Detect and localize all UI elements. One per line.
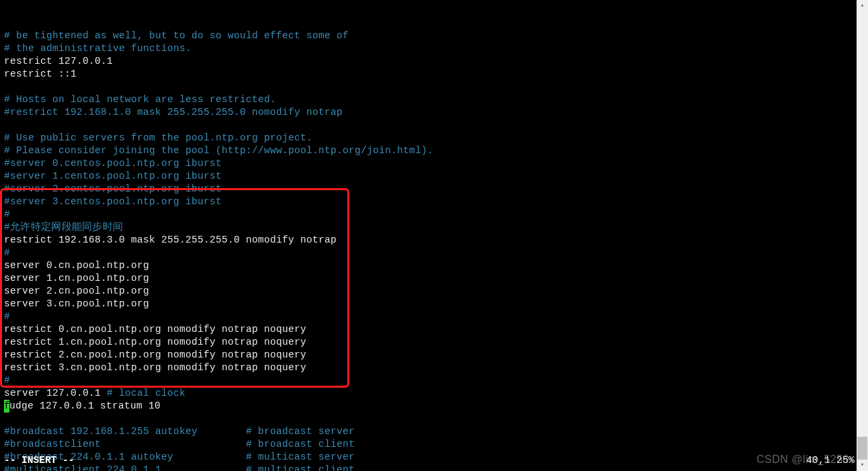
editor-line[interactable] xyxy=(4,119,857,132)
editor-line[interactable]: restrict 3.cn.pool.ntp.org nomodify notr… xyxy=(4,361,857,374)
text-segment: # xyxy=(4,247,10,258)
editor-line[interactable]: # xyxy=(4,374,857,387)
editor-line[interactable]: restrict 127.0.0.1 xyxy=(4,55,857,68)
editor-line[interactable]: # xyxy=(4,247,857,259)
editor-line[interactable]: fudge 127.0.0.1 stratum 10 xyxy=(4,400,857,413)
text-segment: server 1.cn.pool.ntp.org xyxy=(4,273,149,284)
text-segment: restrict 127.0.0.1 xyxy=(4,56,113,67)
editor-line[interactable]: #broadcastclient # broadcast client xyxy=(4,438,857,451)
editor-line[interactable]: #server 2.centos.pool.ntp.org iburst xyxy=(4,183,857,196)
vim-status-bar: -- INSERT -- 40,1 25% xyxy=(4,454,855,467)
text-segment: # the administrative functions. xyxy=(4,43,191,54)
editor-line[interactable]: # xyxy=(4,310,857,323)
text-segment: restrict 2.cn.pool.ntp.org nomodify notr… xyxy=(4,349,306,360)
editor-line[interactable]: restrict 1.cn.pool.ntp.org nomodify notr… xyxy=(4,336,857,349)
text-segment: # Use public servers from the pool.ntp.o… xyxy=(4,132,312,143)
text-segment: server 3.cn.pool.ntp.org xyxy=(4,298,149,309)
text-segment: # xyxy=(4,375,10,386)
editor-line[interactable]: server 127.0.0.1 # local clock xyxy=(4,387,857,400)
text-segment: #server 1.centos.pool.ntp.org iburst xyxy=(4,171,222,181)
editor-line[interactable]: server 3.cn.pool.ntp.org xyxy=(4,298,857,310)
scroll-up-button[interactable]: ▴ xyxy=(857,0,868,11)
text-segment: udge 127.0.0.1 stratum 10 xyxy=(9,400,161,411)
editor-line[interactable]: #允许特定网段能同步时间 xyxy=(4,221,857,234)
text-segment: restrict 0.cn.pool.ntp.org nomodify notr… xyxy=(4,324,306,335)
editor-line[interactable]: restrict 192.168.3.0 mask 255.255.255.0 … xyxy=(4,234,857,247)
editor-line[interactable]: server 0.cn.pool.ntp.org xyxy=(4,259,857,272)
vim-position-info: 40,1 25% xyxy=(806,454,855,467)
editor-line[interactable]: # Use public servers from the pool.ntp.o… xyxy=(4,132,857,144)
scroll-percent: 25% xyxy=(836,455,855,466)
text-segment: server 0.cn.pool.ntp.org xyxy=(4,260,149,271)
text-segment: restrict 3.cn.pool.ntp.org nomodify notr… xyxy=(4,362,306,373)
editor-line[interactable]: restrict ::1 xyxy=(4,68,857,81)
text-segment: # local clock xyxy=(107,388,185,398)
text-segment: restrict 192.168.3.0 mask 255.255.255.0 … xyxy=(4,234,337,245)
editor-line[interactable]: #restrict 192.168.1.0 mask 255.255.255.0… xyxy=(4,106,857,119)
text-segment: # Hosts on local network are less restri… xyxy=(4,94,276,105)
text-segment: server 127.0.0.1 xyxy=(4,388,107,398)
text-segment: # Please consider joining the pool (http… xyxy=(4,145,433,156)
editor-line[interactable]: restrict 0.cn.pool.ntp.org nomodify notr… xyxy=(4,323,857,336)
editor-line[interactable]: server 1.cn.pool.ntp.org xyxy=(4,272,857,285)
text-segment: #允许特定网段能同步时间 xyxy=(4,222,123,232)
editor-line[interactable]: #broadcast 192.168.1.255 autokey # broad… xyxy=(4,425,857,438)
editor-line[interactable]: # xyxy=(4,208,857,221)
text-segment: # xyxy=(4,209,10,220)
scrollbar-track[interactable] xyxy=(857,0,868,471)
editor-content[interactable]: # be tightened as well, but to do so wou… xyxy=(4,30,857,471)
text-segment: restrict 1.cn.pool.ntp.org nomodify notr… xyxy=(4,337,306,347)
editor-line[interactable]: # the administrative functions. xyxy=(4,42,857,55)
scroll-down-button[interactable]: ▾ xyxy=(857,460,868,471)
terminal-editor[interactable]: # be tightened as well, but to do so wou… xyxy=(0,0,857,471)
text-cursor: f xyxy=(4,400,9,413)
editor-line[interactable]: restrict 2.cn.pool.ntp.org nomodify notr… xyxy=(4,349,857,361)
text-segment: # xyxy=(4,311,10,322)
editor-line[interactable]: #server 0.centos.pool.ntp.org iburst xyxy=(4,157,857,170)
editor-line[interactable]: # Please consider joining the pool (http… xyxy=(4,144,857,157)
vertical-scrollbar[interactable]: ▴ ▾ xyxy=(857,0,868,471)
text-segment: #server 3.centos.pool.ntp.org iburst xyxy=(4,196,222,207)
text-segment: restrict ::1 xyxy=(4,69,77,79)
editor-line[interactable]: # Hosts on local network are less restri… xyxy=(4,93,857,106)
text-segment: #broadcastclient # broadcast client xyxy=(4,439,355,449)
text-segment: #broadcast 192.168.1.255 autokey # broad… xyxy=(4,426,355,437)
editor-line[interactable]: server 2.cn.pool.ntp.org xyxy=(4,285,857,298)
text-segment: # be tightened as well, but to do so wou… xyxy=(4,30,349,41)
text-segment: #server 2.centos.pool.ntp.org iburst xyxy=(4,183,222,194)
scrollbar-thumb[interactable] xyxy=(857,437,867,460)
editor-line[interactable]: #server 3.centos.pool.ntp.org iburst xyxy=(4,196,857,208)
editor-line[interactable]: # be tightened as well, but to do so wou… xyxy=(4,30,857,42)
editor-line[interactable]: #server 1.centos.pool.ntp.org iburst xyxy=(4,170,857,183)
text-segment: server 2.cn.pool.ntp.org xyxy=(4,286,149,296)
editor-line[interactable] xyxy=(4,413,857,425)
cursor-position: 40,1 xyxy=(806,455,830,466)
text-segment: #server 0.centos.pool.ntp.org iburst xyxy=(4,158,222,169)
vim-mode: -- INSERT -- xyxy=(4,454,74,467)
editor-line[interactable] xyxy=(4,81,857,93)
text-segment: #restrict 192.168.1.0 mask 255.255.255.0… xyxy=(4,107,343,118)
